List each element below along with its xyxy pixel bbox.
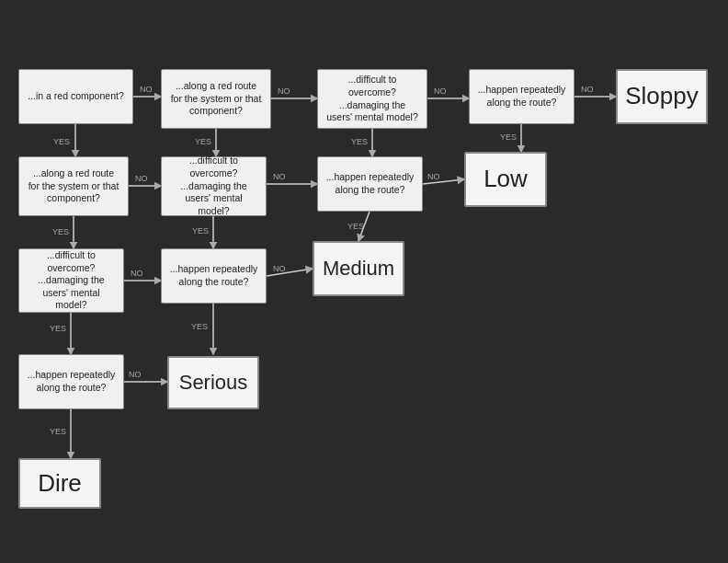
svg-text:NO: NO — [140, 85, 153, 94]
svg-text:NO: NO — [278, 86, 290, 96]
node-along-red-route-2: ...along a red route for the system or t… — [18, 156, 129, 216]
svg-text:YES: YES — [347, 222, 364, 231]
svg-text:YES: YES — [52, 227, 69, 236]
svg-text:NO: NO — [273, 172, 286, 181]
svg-text:YES: YES — [50, 427, 66, 436]
node-in-red-component: ...in a red component? — [18, 69, 133, 124]
svg-text:YES: YES — [192, 226, 209, 236]
result-sloppy: Sloppy — [616, 69, 708, 124]
svg-text:YES: YES — [50, 324, 66, 333]
svg-text:NO: NO — [434, 86, 447, 96]
diagram: NO NO NO NO NO NO NO NO NO NO YES YES YE… — [0, 0, 728, 563]
node-along-red-route-1: ...along a red route for the system or t… — [161, 69, 271, 129]
svg-text:NO: NO — [273, 264, 286, 273]
node-difficult-overcome-2: ...difficult to overcome? ...damaging th… — [161, 156, 267, 216]
result-serious: Serious — [167, 356, 259, 409]
svg-text:NO: NO — [129, 370, 142, 379]
svg-text:NO: NO — [427, 172, 440, 181]
svg-text:YES: YES — [191, 322, 208, 331]
svg-text:NO: NO — [581, 85, 594, 94]
svg-text:YES: YES — [351, 137, 368, 146]
svg-text:NO: NO — [131, 269, 143, 278]
svg-text:YES: YES — [500, 132, 517, 142]
svg-text:YES: YES — [53, 137, 70, 146]
result-medium: Medium — [313, 241, 404, 296]
result-low: Low — [464, 152, 547, 207]
svg-text:NO: NO — [135, 174, 148, 183]
node-happen-repeatedly-1: ...happen repeatedly along the route? — [469, 69, 574, 124]
node-difficult-overcome-1: ...difficult to overcome? ...damaging th… — [317, 69, 427, 129]
node-happen-repeatedly-4: ...happen repeatedly along the route? — [18, 354, 124, 409]
svg-text:YES: YES — [195, 137, 211, 146]
node-happen-repeatedly-2: ...happen repeatedly along the route? — [317, 156, 423, 212]
node-difficult-overcome-3: ...difficult to overcome? ...damaging th… — [18, 248, 124, 313]
node-happen-repeatedly-3: ...happen repeatedly along the route? — [161, 248, 267, 304]
result-dire: Dire — [18, 458, 101, 509]
